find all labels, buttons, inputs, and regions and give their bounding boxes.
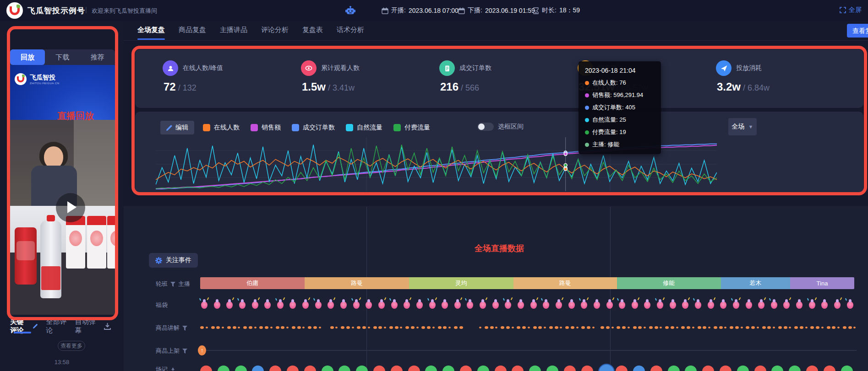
scene-marker[interactable] (668, 366, 680, 371)
lucky-bag-icon[interactable] (491, 298, 500, 310)
talk-marker[interactable] (357, 326, 360, 329)
talk-marker[interactable] (427, 326, 431, 329)
talk-marker[interactable] (560, 327, 562, 328)
scene-marker[interactable] (720, 366, 732, 371)
scene-marker[interactable] (685, 366, 697, 371)
talk-marker[interactable] (335, 327, 338, 328)
diagnose-button[interactable]: 查看复盘诊断 (847, 24, 868, 38)
scene-marker[interactable] (702, 366, 714, 371)
lucky-bag-icon[interactable] (530, 298, 538, 310)
talk-marker[interactable] (784, 326, 787, 329)
talk-marker[interactable] (638, 326, 642, 329)
talk-marker[interactable] (292, 326, 295, 329)
lucky-bag-icon[interactable] (365, 298, 373, 310)
lucky-bag-icon[interactable] (200, 298, 208, 310)
sidebar-tab-下载[interactable]: 下载 (45, 49, 80, 65)
lucky-bag-icon[interactable] (289, 298, 297, 310)
lucky-bag-icon[interactable] (415, 298, 424, 310)
talk-marker[interactable] (827, 326, 830, 329)
talk-marker[interactable] (778, 326, 782, 329)
fullscreen-button[interactable]: 全屏 (840, 6, 862, 14)
legend-item-在线人数[interactable]: 在线人数 (203, 124, 240, 132)
lucky-bag-icon[interactable] (643, 298, 651, 310)
talk-marker[interactable] (512, 327, 514, 328)
talk-marker[interactable] (389, 326, 393, 329)
lucky-bag-icon[interactable] (770, 298, 778, 310)
talk-marker[interactable] (592, 327, 595, 328)
talk-marker[interactable] (746, 326, 749, 329)
lucky-bag-icon[interactable] (820, 298, 829, 310)
talk-marker[interactable] (606, 326, 610, 329)
talk-marker[interactable] (671, 326, 674, 329)
lucky-bag-icon[interactable] (301, 298, 310, 310)
legend-item-付费流量[interactable]: 付费流量 (393, 124, 430, 132)
scene-marker[interactable] (460, 366, 472, 371)
lucky-bag-icon[interactable] (745, 298, 753, 310)
talk-marker[interactable] (459, 326, 463, 329)
talk-marker[interactable] (270, 327, 273, 328)
scene-marker[interactable] (287, 366, 299, 371)
talk-marker[interactable] (319, 327, 321, 328)
lucky-bag-icon[interactable] (555, 298, 563, 310)
scene-marker[interactable] (442, 366, 454, 371)
talk-marker[interactable] (308, 326, 311, 329)
shift-segment-若木[interactable]: 若木 (721, 277, 790, 289)
scene-marker[interactable] (356, 366, 368, 371)
talk-marker[interactable] (528, 327, 530, 328)
scene-marker[interactable] (650, 366, 662, 371)
talk-marker[interactable] (757, 327, 759, 328)
talk-marker[interactable] (741, 327, 743, 328)
shift-segment-路曼[interactable]: 路曼 (513, 277, 617, 289)
scene-marker[interactable] (477, 366, 489, 371)
talk-marker[interactable] (330, 326, 334, 329)
talk-marker[interactable] (522, 326, 526, 329)
scene-marker[interactable] (304, 366, 316, 371)
main-tab-主播讲品[interactable]: 主播讲品 (220, 26, 247, 34)
lucky-bag-icon[interactable] (707, 298, 715, 310)
talk-marker[interactable] (687, 326, 690, 329)
talk-marker[interactable] (810, 326, 814, 329)
lucky-bag-icon[interactable] (276, 298, 284, 310)
comment-tab-全部评论[interactable]: 全部评论 (46, 317, 66, 335)
talk-marker[interactable] (565, 326, 569, 329)
talk-marker[interactable] (313, 326, 317, 329)
filter-icon[interactable] (182, 326, 187, 331)
talk-marker[interactable] (454, 326, 458, 329)
scene-marker[interactable] (495, 366, 507, 371)
main-tab-话术分析[interactable]: 话术分析 (337, 26, 364, 34)
scene-marker[interactable] (218, 366, 229, 371)
lucky-bag-icon[interactable] (390, 298, 399, 310)
scene-marker[interactable] (754, 366, 766, 371)
talk-marker[interactable] (346, 326, 350, 329)
talk-marker[interactable] (544, 327, 546, 328)
talk-marker[interactable] (587, 326, 590, 329)
lucky-bag-icon[interactable] (377, 298, 386, 310)
talk-marker[interactable] (211, 326, 215, 329)
scene-marker[interactable] (824, 366, 835, 371)
talk-marker[interactable] (789, 327, 791, 328)
talk-marker[interactable] (611, 327, 614, 328)
talk-marker[interactable] (549, 326, 553, 329)
talk-marker[interactable] (576, 327, 579, 328)
talk-marker[interactable] (805, 327, 808, 328)
lucky-bag-icon[interactable] (732, 298, 740, 310)
talk-marker[interactable] (655, 326, 658, 329)
talk-marker[interactable] (281, 326, 284, 329)
talk-marker[interactable] (405, 326, 409, 329)
talk-marker[interactable] (302, 327, 305, 328)
talk-marker[interactable] (485, 326, 488, 329)
talk-marker[interactable] (421, 326, 425, 329)
scene-marker[interactable] (338, 366, 350, 371)
lucky-bag-icon[interactable] (580, 298, 588, 310)
scene-marker[interactable] (269, 366, 281, 371)
talk-marker[interactable] (719, 326, 723, 329)
talk-marker[interactable] (762, 326, 766, 329)
lucky-bag-icon[interactable] (213, 298, 221, 310)
play-button[interactable] (56, 193, 85, 222)
talk-marker[interactable] (216, 326, 220, 329)
talk-marker[interactable] (703, 326, 706, 329)
legend-item-销售额[interactable]: 销售额 (251, 124, 281, 132)
lucky-bag-icon[interactable] (352, 298, 360, 310)
lucky-bag-icon[interactable] (339, 298, 348, 310)
lucky-bag-icon[interactable] (517, 298, 525, 310)
